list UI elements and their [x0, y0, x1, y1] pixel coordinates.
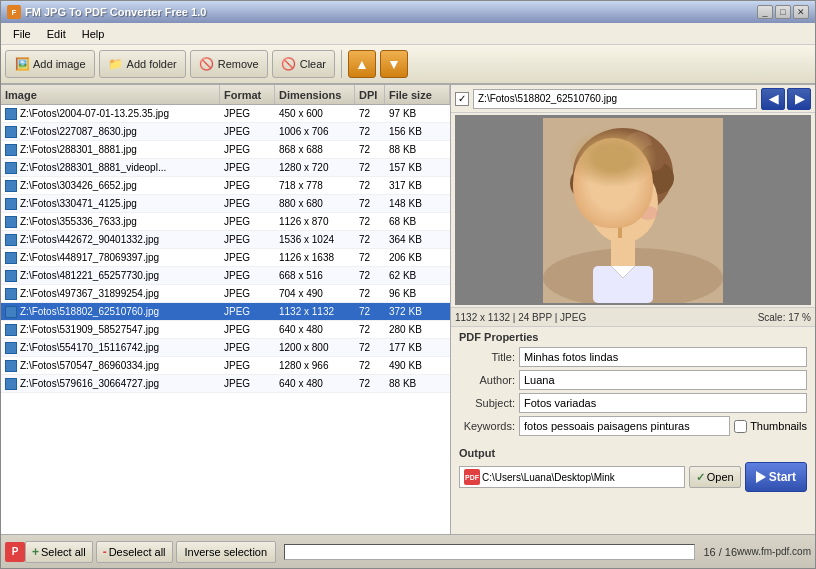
table-row[interactable]: Z:\Fotos\518802_62510760.jpg JPEG 1132 x… [1, 303, 450, 321]
cell-filesize-14: 490 KB [385, 360, 450, 371]
table-row[interactable]: Z:\Fotos\579616_30664727.jpg JPEG 640 x … [1, 375, 450, 393]
table-row[interactable]: Z:\Fotos\355336_7633.jpg JPEG 1126 x 870… [1, 213, 450, 231]
progress-bar [284, 544, 695, 560]
output-path-text: C:\Users\Luana\Desktop\Mink [482, 472, 615, 483]
table-row[interactable]: Z:\Fotos\497367_31899254.jpg JPEG 704 x … [1, 285, 450, 303]
title-property-input[interactable] [519, 347, 807, 367]
table-row[interactable]: Z:\Fotos\303426_6652.jpg JPEG 718 x 778 … [1, 177, 450, 195]
file-icon-2 [5, 144, 17, 156]
table-row[interactable]: Z:\Fotos\288301_8881.jpg JPEG 868 x 688 … [1, 141, 450, 159]
cell-image-15: Z:\Fotos\579616_30664727.jpg [1, 378, 220, 390]
author-property-label: Author: [459, 374, 519, 386]
table-row[interactable]: Z:\Fotos\288301_8881_videopl... JPEG 128… [1, 159, 450, 177]
add-image-button[interactable]: 🖼️ Add image [5, 50, 95, 78]
output-title: Output [459, 447, 807, 459]
cell-dimensions-14: 1280 x 966 [275, 360, 355, 371]
file-icon-0 [5, 108, 17, 120]
minimize-button[interactable]: _ [757, 5, 773, 19]
table-row[interactable]: Z:\Fotos\442672_90401332.jpg JPEG 1536 x… [1, 231, 450, 249]
cell-format-2: JPEG [220, 144, 275, 155]
add-folder-button[interactable]: 📁 Add folder [99, 50, 186, 78]
svg-point-10 [601, 191, 615, 201]
table-row[interactable]: Z:\Fotos\481221_65257730.jpg JPEG 668 x … [1, 267, 450, 285]
svg-rect-21 [611, 238, 635, 268]
window-title: FM JPG To PDF Converter Free 1.0 [25, 6, 206, 18]
pdf-properties-section: PDF Properties Title: Author: Subject: K… [451, 327, 815, 443]
file-icon-12 [5, 324, 17, 336]
svg-point-13 [635, 193, 641, 199]
next-image-button[interactable]: ▶ [787, 88, 811, 110]
cell-filesize-1: 156 KB [385, 126, 450, 137]
status-left: + Select all - Deselect all Inverse sele… [25, 541, 276, 563]
cell-image-1: Z:\Fotos\227087_8630.jpg [1, 126, 220, 138]
cell-image-8: Z:\Fotos\448917_78069397.jpg [1, 252, 220, 264]
cell-dpi-9: 72 [355, 270, 385, 281]
cell-image-5: Z:\Fotos\330471_4125.jpg [1, 198, 220, 210]
table-row[interactable]: Z:\Fotos\448917_78069397.jpg JPEG 1126 x… [1, 249, 450, 267]
open-output-button[interactable]: ✓ Open [689, 466, 741, 488]
add-folder-label: Add folder [127, 58, 177, 70]
keywords-property-input[interactable] [519, 416, 730, 436]
svg-point-3 [570, 165, 606, 201]
table-row[interactable]: Z:\Fotos\227087_8630.jpg JPEG 1006 x 706… [1, 123, 450, 141]
cell-image-6: Z:\Fotos\355336_7633.jpg [1, 216, 220, 228]
inverse-selection-button[interactable]: Inverse selection [176, 541, 277, 563]
cell-dpi-13: 72 [355, 342, 385, 353]
author-property-input[interactable] [519, 370, 807, 390]
table-row[interactable]: Z:\Fotos\2004-07-01-13.25.35.jpg JPEG 45… [1, 105, 450, 123]
file-icon-3 [5, 162, 17, 174]
cell-filesize-13: 177 KB [385, 342, 450, 353]
keywords-property-row: Keywords: Thumbnails [459, 416, 807, 436]
prev-image-button[interactable]: ◀ [761, 88, 785, 110]
add-folder-icon: 📁 [108, 56, 124, 72]
maximize-button[interactable]: □ [775, 5, 791, 19]
menu-file[interactable]: File [5, 26, 39, 42]
cell-dpi-11: 72 [355, 306, 385, 317]
cell-image-14: Z:\Fotos\570547_86960334.jpg [1, 360, 220, 372]
table-row[interactable]: Z:\Fotos\330471_4125.jpg JPEG 880 x 680 … [1, 195, 450, 213]
cell-format-13: JPEG [220, 342, 275, 353]
cell-dimensions-7: 1536 x 1024 [275, 234, 355, 245]
move-up-button[interactable]: ▲ [348, 50, 376, 78]
cell-dpi-14: 72 [355, 360, 385, 371]
column-header-filesize: File size [385, 85, 450, 104]
cell-image-0: Z:\Fotos\2004-07-01-13.25.35.jpg [1, 108, 220, 120]
image-scale-info: Scale: 17 % [758, 312, 811, 323]
cell-dpi-7: 72 [355, 234, 385, 245]
cell-format-14: JPEG [220, 360, 275, 371]
remove-button[interactable]: 🚫 Remove [190, 50, 268, 78]
table-row[interactable]: Z:\Fotos\531909_58527547.jpg JPEG 640 x … [1, 321, 450, 339]
thumbnails-checkbox[interactable] [734, 420, 747, 433]
move-down-button[interactable]: ▼ [380, 50, 408, 78]
cell-dimensions-3: 1280 x 720 [275, 162, 355, 173]
cell-dimensions-1: 1006 x 706 [275, 126, 355, 137]
status-bar: P + Select all - Deselect all Inverse se… [1, 534, 815, 568]
file-icon-4 [5, 180, 17, 192]
cell-dpi-15: 72 [355, 378, 385, 389]
preview-nav: ◀ ▶ [761, 88, 811, 110]
file-icon-13 [5, 342, 17, 354]
select-all-button[interactable]: + Select all [25, 541, 93, 563]
clear-button[interactable]: 🚫 Clear [272, 50, 335, 78]
preview-checkbox[interactable]: ✓ [455, 92, 469, 106]
cell-dpi-5: 72 [355, 198, 385, 209]
cell-image-2: Z:\Fotos\288301_8881.jpg [1, 144, 220, 156]
table-row[interactable]: Z:\Fotos\570547_86960334.jpg JPEG 1280 x… [1, 357, 450, 375]
cell-format-4: JPEG [220, 180, 275, 191]
subject-property-input[interactable] [519, 393, 807, 413]
cell-dimensions-12: 640 x 480 [275, 324, 355, 335]
deselect-all-button[interactable]: - Deselect all [96, 541, 173, 563]
title-property-row: Title: [459, 347, 807, 367]
cell-format-8: JPEG [220, 252, 275, 263]
preview-info-bar: 1132 x 1132 | 24 BPP | JPEG Scale: 17 % [451, 307, 815, 327]
menu-help[interactable]: Help [74, 26, 113, 42]
svg-point-16 [618, 207, 628, 213]
start-button[interactable]: Start [745, 462, 807, 492]
table-row[interactable]: Z:\Fotos\554170_15116742.jpg JPEG 1200 x… [1, 339, 450, 357]
svg-point-15 [638, 194, 640, 196]
menu-edit[interactable]: Edit [39, 26, 74, 42]
cell-format-3: JPEG [220, 162, 275, 173]
deselect-all-minus-icon: - [103, 545, 107, 559]
close-button[interactable]: ✕ [793, 5, 809, 19]
preview-photo [543, 118, 723, 303]
